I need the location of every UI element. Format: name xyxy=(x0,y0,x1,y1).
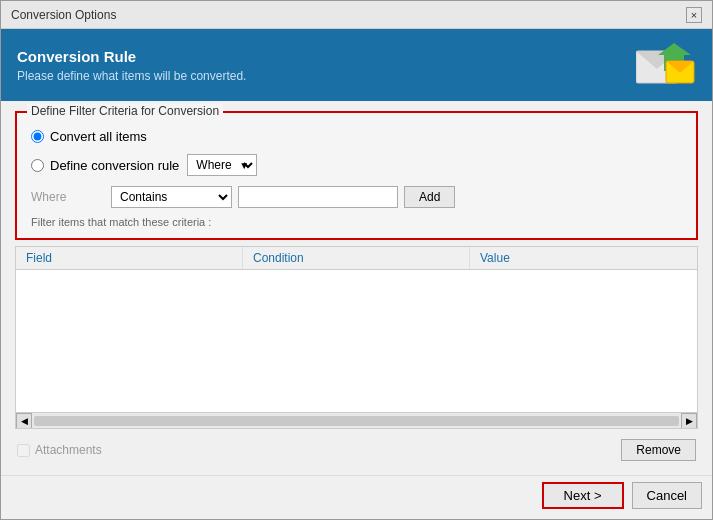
cancel-button[interactable]: Cancel xyxy=(632,482,702,509)
window-title: Conversion Options xyxy=(11,8,116,22)
table-body xyxy=(16,270,697,412)
header-title: Conversion Rule xyxy=(17,48,246,65)
scroll-right-arrow[interactable]: ▶ xyxy=(681,413,697,429)
scrollbar-track[interactable] xyxy=(34,416,679,426)
where-field-label: Where xyxy=(31,190,111,204)
filter-group-legend: Define Filter Criteria for Conversion xyxy=(27,104,223,118)
title-bar: Conversion Options × xyxy=(1,1,712,29)
convert-all-label: Convert all items xyxy=(50,129,147,144)
define-rule-radio[interactable] xyxy=(31,159,44,172)
mail-icon xyxy=(636,41,696,89)
where-dropdown[interactable]: Where xyxy=(187,154,257,176)
remove-button[interactable]: Remove xyxy=(621,439,696,461)
attachment-row: Attachments xyxy=(17,443,102,457)
header-bar: Conversion Rule Please define what items… xyxy=(1,29,712,101)
criteria-table: Field Condition Value ◀ ▶ xyxy=(15,246,698,429)
attachment-label: Attachments xyxy=(35,443,102,457)
bottom-bar: Attachments Remove xyxy=(15,433,698,465)
table-header: Field Condition Value xyxy=(16,247,697,270)
column-value: Value xyxy=(470,247,697,269)
where-row: Where Contains Does not contain Equals S… xyxy=(31,186,682,208)
close-button[interactable]: × xyxy=(686,7,702,23)
define-rule-label: Define conversion rule xyxy=(50,158,179,173)
content-area: Define Filter Criteria for Conversion Co… xyxy=(1,101,712,475)
horizontal-scrollbar[interactable]: ◀ ▶ xyxy=(16,412,697,428)
attachment-checkbox[interactable] xyxy=(17,444,30,457)
scroll-left-arrow[interactable]: ◀ xyxy=(16,413,32,429)
column-condition: Condition xyxy=(243,247,470,269)
footer: Next > Cancel xyxy=(1,475,712,519)
filter-criteria-group: Define Filter Criteria for Conversion Co… xyxy=(15,111,698,240)
define-rule-row: Define conversion rule Where ▼ xyxy=(31,154,682,176)
convert-all-radio[interactable] xyxy=(31,130,44,143)
header-text: Conversion Rule Please define what items… xyxy=(17,48,246,83)
header-subtitle: Please define what items will be convert… xyxy=(17,69,246,83)
main-window: Conversion Options × Conversion Rule Ple… xyxy=(0,0,713,520)
column-field: Field xyxy=(16,247,243,269)
condition-select[interactable]: Contains Does not contain Equals Starts … xyxy=(111,186,232,208)
filter-hint: Filter items that match these criteria : xyxy=(31,216,682,228)
value-input[interactable] xyxy=(238,186,398,208)
next-button[interactable]: Next > xyxy=(542,482,624,509)
add-button[interactable]: Add xyxy=(404,186,455,208)
convert-all-row: Convert all items xyxy=(31,129,682,144)
